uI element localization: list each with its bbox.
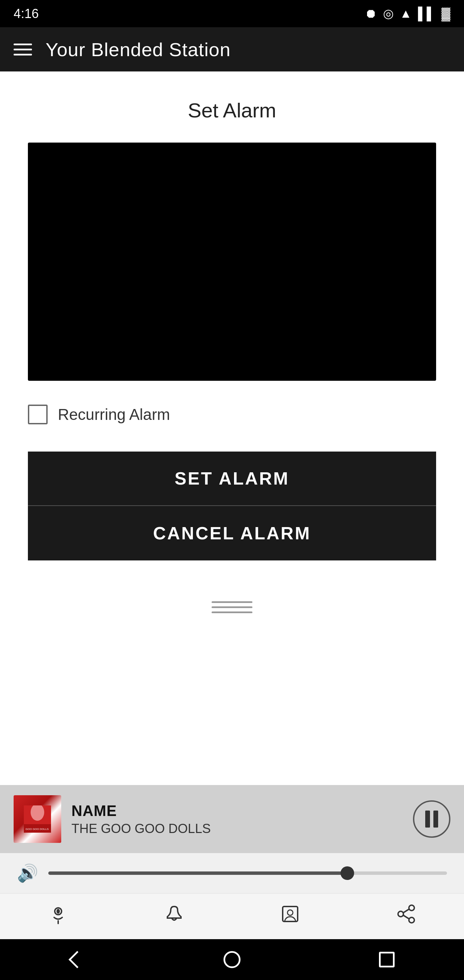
recurring-alarm-checkbox[interactable] <box>28 404 48 424</box>
volume-fill <box>48 872 347 875</box>
svg-line-12 <box>404 909 409 913</box>
track-info: NAME THE GOO GOO DOLLS <box>72 802 403 836</box>
alarm-buttons-area: SET ALARM CANCEL ALARM <box>28 452 436 560</box>
svg-text:GOO GOO DOLLS: GOO GOO DOLLS <box>25 827 49 830</box>
battery-icon: ▓ <box>442 6 450 21</box>
recurring-alarm-row: Recurring Alarm <box>28 404 436 424</box>
status-time: 4:16 <box>14 6 39 21</box>
page-title: Your Blended Station <box>46 38 230 60</box>
top-bar: Your Blended Station <box>0 27 464 72</box>
nav-notifications[interactable] <box>164 904 184 929</box>
svg-point-6 <box>56 909 60 914</box>
cancel-alarm-button[interactable]: CANCEL ALARM <box>28 506 436 560</box>
drag-handle <box>211 601 253 613</box>
record-icon: ⏺ <box>365 6 377 21</box>
back-icon <box>69 951 86 969</box>
status-bar: 4:16 ⏺ ◎ ▲ ▌▌ ▓ <box>0 0 464 27</box>
podcast-icon <box>48 904 68 929</box>
pause-button[interactable] <box>413 800 450 838</box>
wifi-icon: ▲ <box>400 6 412 21</box>
volume-row: 🔊 <box>0 853 464 893</box>
system-recents-button[interactable] <box>375 948 399 972</box>
bottom-nav <box>0 893 464 939</box>
status-icons: ⏺ ◎ ▲ ▌▌ ▓ <box>365 6 450 21</box>
recurring-alarm-label: Recurring Alarm <box>58 405 170 424</box>
svg-point-10 <box>398 911 404 917</box>
main-content: Set Alarm Recurring Alarm SET ALARM CANC… <box>0 72 464 785</box>
recents-icon <box>379 952 395 967</box>
album-art: GOO GOO DOLLS <box>14 795 61 843</box>
nav-contacts[interactable] <box>280 904 300 929</box>
location-icon: ◎ <box>383 6 394 21</box>
nav-podcast[interactable] <box>48 904 68 929</box>
volume-thumb <box>340 866 354 880</box>
signal-icon: ▌▌ <box>418 6 435 21</box>
track-artist: THE GOO GOO DOLLS <box>72 821 403 836</box>
system-home-button[interactable] <box>220 948 244 972</box>
system-nav-bar <box>0 939 464 980</box>
svg-point-9 <box>409 905 414 911</box>
volume-icon: 🔊 <box>17 863 38 883</box>
now-playing-bar: GOO GOO DOLLS NAME THE GOO GOO DOLLS <box>0 785 464 853</box>
hamburger-menu-button[interactable] <box>14 43 32 56</box>
nav-share[interactable] <box>396 904 416 929</box>
home-icon <box>224 951 240 968</box>
album-thumbnail: GOO GOO DOLLS <box>24 805 51 833</box>
notification-icon <box>164 904 184 929</box>
svg-point-8 <box>288 910 293 915</box>
set-alarm-button[interactable]: SET ALARM <box>28 452 436 506</box>
media-player-area <box>28 143 436 381</box>
share-icon <box>396 904 416 929</box>
contacts-icon <box>280 904 300 929</box>
set-alarm-heading: Set Alarm <box>188 99 276 122</box>
svg-line-13 <box>404 915 409 919</box>
svg-point-11 <box>409 917 414 923</box>
volume-slider[interactable] <box>48 872 447 875</box>
system-back-button[interactable] <box>65 948 89 972</box>
track-name: NAME <box>72 802 403 819</box>
pause-icon <box>425 811 438 827</box>
